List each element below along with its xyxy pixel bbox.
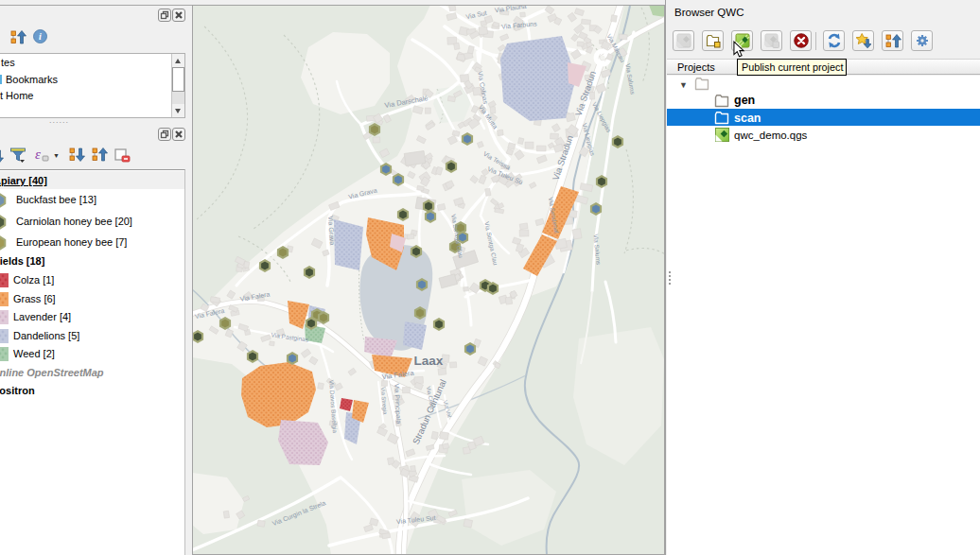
svg-text:Laax: Laax bbox=[414, 354, 444, 368]
svg-text:i: i bbox=[39, 31, 42, 42]
svg-text:ε: ε bbox=[35, 147, 41, 162]
